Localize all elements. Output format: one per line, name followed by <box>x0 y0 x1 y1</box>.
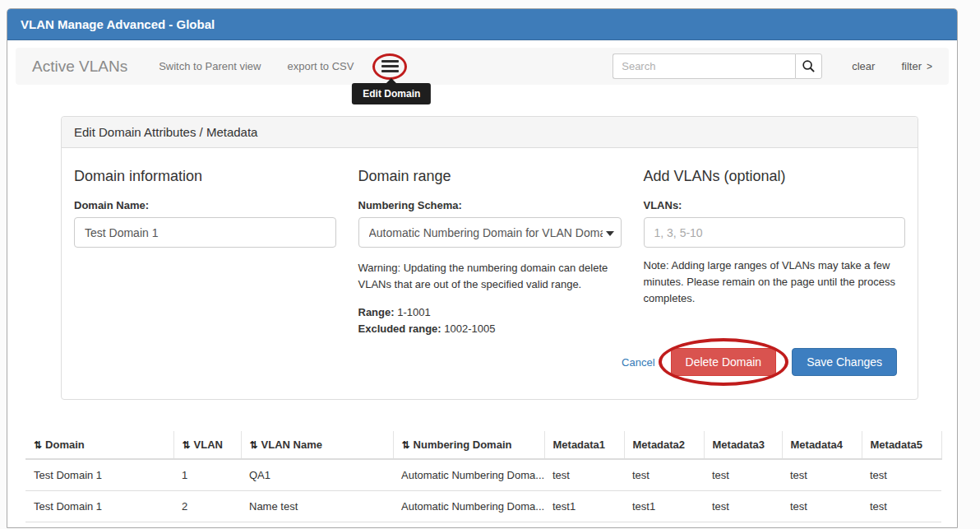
add-vlans-heading: Add VLANs (optional) <box>644 168 906 185</box>
column-header-metadata1: Metadata1 <box>544 431 624 459</box>
delete-domain-button[interactable]: Delete Domain <box>671 348 777 376</box>
sort-icon: ⇅ <box>250 439 258 451</box>
domain-range-section: Domain range Numbering Schema: Automatic… <box>358 168 622 336</box>
cell-numbering-domain: Automatic Numbering Doma... <box>393 522 544 529</box>
chevron-right-icon: > <box>927 61 932 72</box>
cell-vlan: 3 <box>173 522 241 529</box>
edit-domain-menu-button[interactable]: Edit Domain <box>380 59 400 74</box>
export-to-csv-link[interactable]: export to CSV <box>287 60 354 72</box>
cell-metadata2: - <box>624 522 704 529</box>
menu-icon <box>381 60 399 63</box>
cell-metadata4: - <box>782 522 862 529</box>
cell-vlan-name: Name test <box>241 491 393 522</box>
cell-metadata1: test1 <box>544 491 624 522</box>
cell-vlan: 2 <box>173 491 241 522</box>
domain-name-label: Domain Name: <box>74 199 336 211</box>
delete-domain-label: Delete Domain <box>686 355 762 369</box>
column-header-metadata4: Metadata4 <box>782 431 862 459</box>
column-header-domain[interactable]: ⇅Domain <box>25 431 173 459</box>
save-changes-label: Save Changes <box>807 355 882 369</box>
vlan-table: ⇅Domain ⇅VLAN ⇅VLAN Name ⇅Numbering Doma… <box>25 431 942 529</box>
active-vlans-heading: Active VLANs <box>32 58 127 76</box>
column-header-metadata5: Metadata5 <box>862 431 941 459</box>
vlan-table-container: ⇅Domain ⇅VLAN ⇅VLAN Name ⇅Numbering Doma… <box>25 431 941 529</box>
cell-metadata3: test <box>704 491 782 522</box>
cell-metadata3: test <box>704 522 782 529</box>
panel-actions: Cancel Delete Domain Save Changes <box>74 348 905 376</box>
cell-numbering-domain: Automatic Numbering Doma... <box>393 459 544 491</box>
numbering-schema-value: Automatic Numbering Domain for VLAN Doma <box>369 226 603 239</box>
cell-metadata2: test <box>624 459 704 491</box>
sort-icon: ⇅ <box>402 439 410 451</box>
numbering-schema-label: Numbering Schema: <box>358 199 622 211</box>
table-row: Test Domain 1 2 Name test Automatic Numb… <box>25 491 941 522</box>
search-input[interactable] <box>612 53 795 79</box>
menu-icon <box>381 70 399 72</box>
range-line: Range: 1-1001 <box>358 304 622 321</box>
table-row: Test Domain 1 3 Test42 Automatic Numberi… <box>25 522 941 529</box>
page-container: VLAN Manage Advanced - Global Active VLA… <box>7 8 958 528</box>
cell-metadata5: - <box>862 522 941 529</box>
excluded-range-line: Excluded range: 1002-1005 <box>358 321 622 337</box>
numbering-warning-text: Warning: Updating the numbering domain c… <box>358 260 622 293</box>
column-header-vlan-name[interactable]: ⇅VLAN Name <box>241 431 393 459</box>
excluded-range-value: 1002-1005 <box>441 323 496 335</box>
vlans-label: VLANs: <box>644 199 906 211</box>
search-icon <box>802 59 816 73</box>
page-title: VLAN Manage Advanced - Global <box>21 17 215 31</box>
sort-icon: ⇅ <box>183 439 191 451</box>
table-header-row: ⇅Domain ⇅VLAN ⇅VLAN Name ⇅Numbering Doma… <box>25 431 941 459</box>
cell-vlan-name: Test42 <box>241 522 393 529</box>
filter-label: filter <box>901 60 922 72</box>
save-changes-button[interactable]: Save Changes <box>792 348 897 376</box>
column-header-vlan[interactable]: ⇅VLAN <box>173 431 241 459</box>
toolbar: Active VLANs Switch to Parent view expor… <box>16 48 949 85</box>
switch-to-parent-view-link[interactable]: Switch to Parent view <box>159 60 261 72</box>
numbering-schema-select[interactable]: Automatic Numbering Domain for VLAN Doma <box>358 217 622 248</box>
cell-domain: Test Domain 1 <box>25 491 173 522</box>
window-header: VLAN Manage Advanced - Global <box>7 9 957 40</box>
range-value: 1-1001 <box>395 306 431 318</box>
search-button[interactable] <box>795 53 822 79</box>
cell-metadata2: test1 <box>624 491 704 522</box>
column-header-metadata3: Metadata3 <box>704 431 782 459</box>
domain-information-section: Domain information Domain Name: <box>74 168 336 336</box>
cell-metadata1: test <box>544 459 624 491</box>
cell-domain: Test Domain 1 <box>25 522 173 529</box>
cell-metadata5: test <box>862 491 941 522</box>
menu-icon <box>381 65 399 67</box>
add-vlans-note: Note: Adding large ranges of VLANs may t… <box>644 258 906 307</box>
vlans-input[interactable] <box>644 217 906 248</box>
cell-metadata5: test <box>862 459 941 491</box>
domain-range-heading: Domain range <box>358 168 622 185</box>
edit-domain-tooltip: Edit Domain <box>352 83 431 104</box>
filter-link[interactable]: filter > <box>901 60 932 72</box>
clear-link[interactable]: clear <box>852 60 875 72</box>
column-header-numbering-domain[interactable]: ⇅Numbering Domain <box>393 431 544 459</box>
cell-domain: Test Domain 1 <box>25 459 173 491</box>
cell-metadata4: test <box>782 459 862 491</box>
add-vlans-section: Add VLANs (optional) VLANs: Note: Adding… <box>644 168 906 336</box>
cancel-link[interactable]: Cancel <box>622 356 654 369</box>
dropdown-caret-icon <box>606 231 614 236</box>
edit-domain-panel-body: Domain information Domain Name: Domain r… <box>62 148 918 399</box>
domain-name-input[interactable] <box>74 217 336 248</box>
excluded-range-label: Excluded range: <box>358 323 441 335</box>
search-group <box>612 53 822 79</box>
cell-metadata3: test <box>704 459 782 491</box>
edit-domain-panel-title: Edit Domain Attributes / Metadata <box>62 117 918 148</box>
cell-metadata4: test <box>782 491 862 522</box>
domain-information-heading: Domain information <box>74 168 336 185</box>
cell-vlan: 1 <box>173 459 241 491</box>
cell-metadata1: test <box>544 522 624 529</box>
cell-vlan-name: QA1 <box>241 459 393 491</box>
table-row: Test Domain 1 1 QA1 Automatic Numbering … <box>25 459 941 491</box>
cell-numbering-domain: Automatic Numbering Doma... <box>393 491 544 522</box>
range-label: Range: <box>358 306 395 318</box>
sort-icon: ⇅ <box>34 439 42 451</box>
column-header-metadata2: Metadata2 <box>624 431 704 459</box>
edit-domain-panel: Edit Domain Attributes / Metadata Domain… <box>61 116 918 400</box>
